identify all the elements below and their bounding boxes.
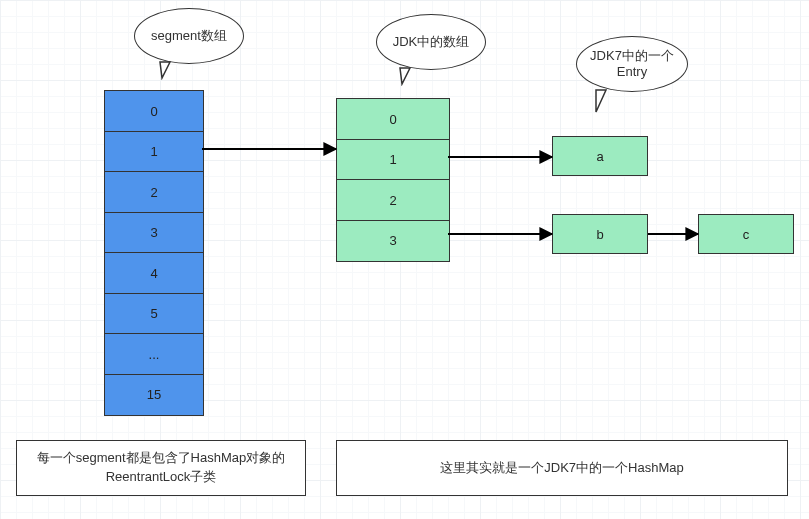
diagram-canvas: segment数组 JDK中的数组 JDK7中的一个Entry 0 1 2 3 … xyxy=(0,0,809,519)
jdk-cell-label: 2 xyxy=(389,193,396,208)
jdk-cell-label: 0 xyxy=(389,112,396,127)
jdk-cell: 1 xyxy=(336,139,450,181)
caption-left: 每一个segment都是包含了HashMap对象的ReentrantLock子类 xyxy=(16,440,306,496)
segment-cell-label: 4 xyxy=(150,266,157,281)
segment-cell: 1 xyxy=(104,131,204,173)
jdk-cell: 0 xyxy=(336,98,450,140)
segment-cell-label: 15 xyxy=(147,387,161,402)
jdk-cell: 2 xyxy=(336,179,450,221)
bubble-entry-label: JDK7中的一个Entry xyxy=(587,48,677,81)
segment-cell: 15 xyxy=(104,374,204,416)
bubble-jdk-label: JDK中的数组 xyxy=(393,34,470,50)
caption-right-text: 这里其实就是一个JDK7中的一个HashMap xyxy=(440,459,683,478)
segment-cell-label: ... xyxy=(149,347,160,362)
segment-cell: ... xyxy=(104,333,204,375)
segment-cell: 0 xyxy=(104,90,204,132)
entry-label: a xyxy=(596,149,603,164)
segment-cell-label: 0 xyxy=(150,104,157,119)
entry-label: b xyxy=(596,227,603,242)
jdk-cell-label: 1 xyxy=(389,152,396,167)
segment-cell-label: 1 xyxy=(150,144,157,159)
caption-right: 这里其实就是一个JDK7中的一个HashMap xyxy=(336,440,788,496)
bubble-jdk-tail xyxy=(398,66,410,82)
segment-cell: 2 xyxy=(104,171,204,213)
bubble-segment-tail xyxy=(158,60,170,76)
entry-label: c xyxy=(743,227,750,242)
bubble-segment-label: segment数组 xyxy=(151,28,227,44)
segment-cell-label: 5 xyxy=(150,306,157,321)
caption-left-text: 每一个segment都是包含了HashMap对象的ReentrantLock子类 xyxy=(25,449,297,487)
entry-node-c: c xyxy=(698,214,794,254)
segment-cell-label: 3 xyxy=(150,225,157,240)
entry-node-b: b xyxy=(552,214,648,254)
segment-cell: 4 xyxy=(104,252,204,294)
bubble-entry: JDK7中的一个Entry xyxy=(576,36,688,92)
bubble-entry-tail xyxy=(594,88,606,110)
bubble-segment-array: segment数组 xyxy=(134,8,244,64)
segment-cell: 5 xyxy=(104,293,204,335)
segment-array: 0 1 2 3 4 5 ... 15 xyxy=(104,90,204,416)
entry-node-a: a xyxy=(552,136,648,176)
segment-cell: 3 xyxy=(104,212,204,254)
jdk-array: 0 1 2 3 xyxy=(336,98,450,262)
segment-cell-label: 2 xyxy=(150,185,157,200)
bubble-jdk-array: JDK中的数组 xyxy=(376,14,486,70)
jdk-cell-label: 3 xyxy=(389,233,396,248)
jdk-cell: 3 xyxy=(336,220,450,262)
